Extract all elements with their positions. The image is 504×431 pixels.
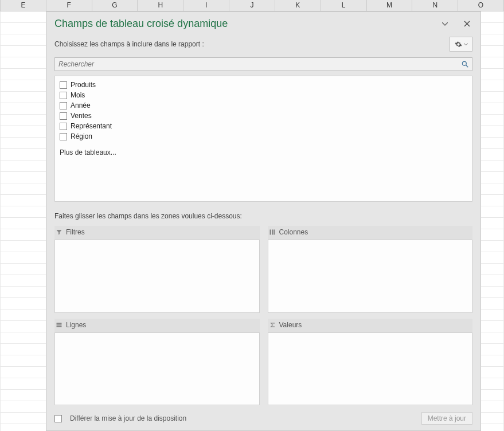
column-header[interactable]: E xyxy=(0,0,46,11)
field-item-mois[interactable]: Mois xyxy=(60,90,467,100)
search-box[interactable] xyxy=(54,57,472,71)
checkbox[interactable] xyxy=(60,123,67,130)
checkbox[interactable] xyxy=(60,102,67,109)
values-section: Valeurs xyxy=(268,319,473,406)
search-input[interactable] xyxy=(55,58,458,70)
column-header[interactable]: J xyxy=(229,0,275,11)
column-header[interactable]: N xyxy=(412,0,458,11)
drop-areas-grid: Filtres Colonnes L xyxy=(54,226,472,405)
close-icon xyxy=(464,21,470,27)
rows-label: Lignes xyxy=(66,321,86,329)
filters-header: Filtres xyxy=(54,226,260,240)
values-drop-area[interactable] xyxy=(268,332,473,406)
column-header[interactable]: H xyxy=(138,0,183,11)
columns-drop-area[interactable] xyxy=(268,240,473,313)
chevron-down-icon xyxy=(464,43,468,46)
filter-icon xyxy=(56,229,62,236)
update-button[interactable]: Mettre à jour xyxy=(421,412,472,425)
search-button[interactable] xyxy=(458,60,472,68)
checkbox[interactable] xyxy=(60,112,67,120)
panel-title: Champs de tableau croisé dynamique xyxy=(54,18,429,30)
rows-section: Lignes xyxy=(54,319,260,406)
tools-dropdown-button[interactable] xyxy=(450,37,472,52)
svg-rect-4 xyxy=(274,230,275,235)
values-label: Valeurs xyxy=(279,321,302,329)
field-item-ventes[interactable]: Ventes xyxy=(60,111,467,121)
rows-header: Lignes xyxy=(54,319,260,332)
svg-line-1 xyxy=(466,65,468,68)
rows-drop-area[interactable] xyxy=(54,332,260,406)
field-label: Région xyxy=(71,132,92,140)
svg-rect-7 xyxy=(57,326,62,327)
search-icon xyxy=(461,60,469,68)
drag-instruction: Faites glisser les champs dans les zones… xyxy=(54,212,472,220)
column-header[interactable]: G xyxy=(92,0,138,11)
column-header[interactable]: M xyxy=(367,0,413,11)
column-header[interactable]: O xyxy=(458,0,504,11)
columns-section: Colonnes xyxy=(268,226,473,313)
filters-label: Filtres xyxy=(66,228,85,236)
panel-footer: Différer la mise à jour de la dispositio… xyxy=(54,412,472,425)
column-header[interactable]: I xyxy=(183,0,229,11)
field-label: Mois xyxy=(71,91,85,99)
sigma-icon xyxy=(269,322,276,328)
instruction-text: Choisissez les champs à inclure dans le … xyxy=(54,40,450,48)
svg-rect-5 xyxy=(57,323,62,324)
column-header[interactable]: F xyxy=(46,0,92,11)
rows-icon xyxy=(56,322,62,328)
columns-header: Colonnes xyxy=(268,226,473,240)
panel-header: Champs de tableau croisé dynamique xyxy=(54,18,472,30)
field-item-representant[interactable]: Représentant xyxy=(60,121,467,131)
svg-rect-6 xyxy=(57,324,62,326)
panel-options-dropdown[interactable] xyxy=(439,18,451,30)
field-item-region[interactable]: Région xyxy=(60,131,467,142)
gear-icon xyxy=(455,41,462,48)
field-item-produits[interactable]: Produits xyxy=(60,80,467,90)
defer-update-label: Différer la mise à jour de la dispositio… xyxy=(70,414,417,422)
checkbox[interactable] xyxy=(60,133,67,140)
checkbox[interactable] xyxy=(60,81,67,89)
filters-drop-area[interactable] xyxy=(54,240,260,313)
field-item-annee[interactable]: Année xyxy=(60,100,467,111)
column-headers-row: E F G H I J K L M N O xyxy=(0,0,504,11)
columns-icon xyxy=(269,229,276,236)
filters-section: Filtres xyxy=(54,226,260,313)
field-label: Représentant xyxy=(71,122,112,130)
fields-list: Produits Mois Année Ventes Représentant … xyxy=(54,76,472,202)
chevron-down-icon xyxy=(442,22,448,26)
field-label: Ventes xyxy=(71,112,92,120)
field-label: Année xyxy=(71,101,91,109)
field-label: Produits xyxy=(71,81,96,89)
more-tables-link[interactable]: Plus de tableaux... xyxy=(60,148,467,156)
instruction-row: Choisissez les champs à inclure dans le … xyxy=(54,37,472,52)
column-header[interactable]: K xyxy=(275,0,321,11)
checkbox[interactable] xyxy=(60,92,67,99)
defer-update-checkbox[interactable] xyxy=(54,415,62,422)
svg-rect-2 xyxy=(269,230,271,235)
close-panel-button[interactable] xyxy=(461,18,472,30)
pivot-fields-panel: Champs de tableau croisé dynamique Chois… xyxy=(46,11,481,431)
column-header[interactable]: L xyxy=(321,0,367,11)
columns-label: Colonnes xyxy=(279,228,308,236)
svg-rect-3 xyxy=(272,230,274,235)
svg-point-0 xyxy=(462,61,466,65)
values-header: Valeurs xyxy=(268,319,473,332)
